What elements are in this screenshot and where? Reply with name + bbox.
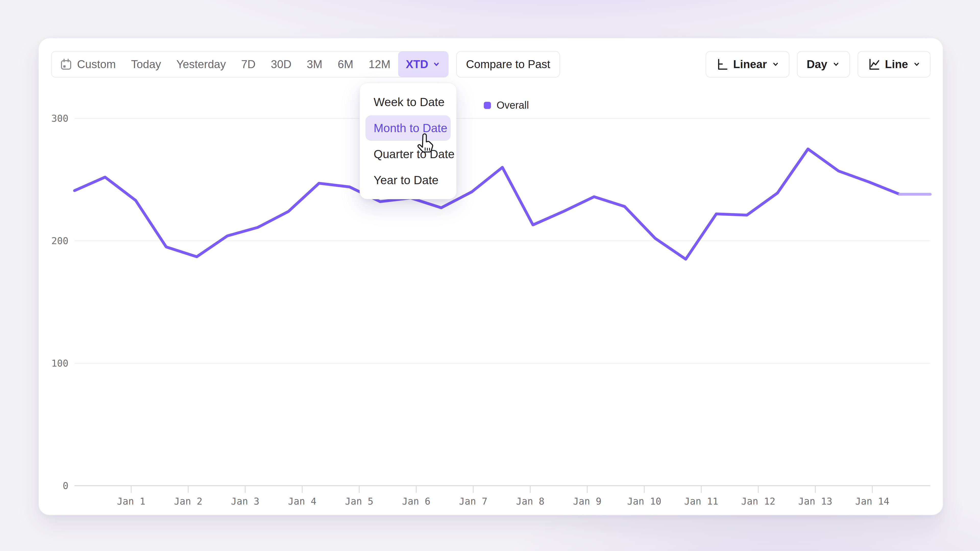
desktop-background: { "toolbar": { "date_ranges": [ {"label"…: [0, 0, 980, 551]
x-tick-label: Jan 3: [231, 496, 259, 507]
y-tick-label: 0: [63, 480, 68, 491]
y-tick-label: 100: [51, 358, 68, 369]
x-tick-label: Jan 8: [516, 496, 544, 507]
x-tick-label: Jan 2: [174, 496, 202, 507]
menu-item-quarter-to-date[interactable]: Quarter to Date: [366, 141, 451, 167]
x-tick-label: Jan 4: [288, 496, 316, 507]
x-tick-label: Jan 11: [684, 496, 718, 507]
x-tick-label: Jan 9: [573, 496, 601, 507]
menu-item-year-to-date[interactable]: Year to Date: [366, 167, 451, 193]
menu-item-week-to-date[interactable]: Week to Date: [366, 89, 451, 115]
x-tick-label: Jan 6: [402, 496, 430, 507]
insights-chart-card: CustomTodayYesterday7D30D3M6M12MXTD Comp…: [38, 38, 943, 515]
x-tick-label: Jan 5: [345, 496, 373, 507]
mouse-pointer-icon: [414, 133, 436, 156]
x-tick-label: Jan 1: [117, 496, 145, 507]
x-tick-label: Jan 7: [459, 496, 487, 507]
x-tick-label: Jan 12: [741, 496, 775, 507]
y-tick-label: 300: [51, 113, 68, 124]
date-range-dropdown-menu: Week to DateMonth to DateQuarter to Date…: [360, 83, 457, 199]
series-line-overall: [75, 149, 900, 259]
x-tick-label: Jan 13: [798, 496, 832, 507]
y-tick-label: 200: [51, 235, 68, 246]
x-tick-label: Jan 14: [855, 496, 889, 507]
line-chart: 0100200300Jan 1Jan 2Jan 3Jan 4Jan 5Jan 6…: [39, 38, 943, 515]
x-tick-label: Jan 10: [627, 496, 662, 507]
menu-item-month-to-date[interactable]: Month to Date: [366, 115, 451, 141]
